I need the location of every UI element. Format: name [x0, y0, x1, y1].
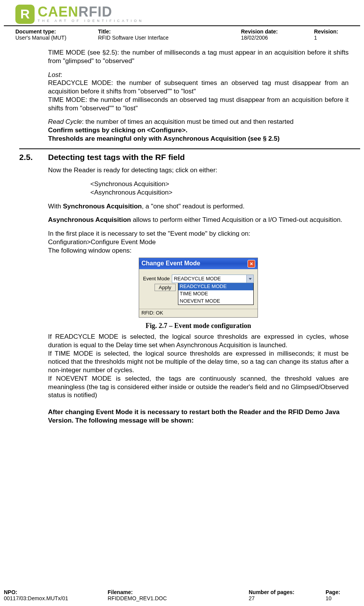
- logo-sub: RFID: [78, 4, 112, 20]
- combo-option[interactable]: NOEVENT MODE: [178, 298, 253, 305]
- combo-option[interactable]: READCYCLE MODE: [178, 283, 253, 290]
- combo-dropdown-list[interactable]: READCYCLE MODE TIME MODE NOEVENT MODE: [178, 283, 254, 305]
- rev-label: Revision:: [314, 28, 349, 35]
- dialog-window: Change Event Mode × Event Mode READCYCLE…: [139, 258, 258, 318]
- dialog-titlebar[interactable]: Change Event Mode ×: [139, 258, 258, 269]
- combo-selected: READCYCLE MODE: [174, 276, 221, 281]
- async-bold: Asynchronous Acquisition: [48, 216, 131, 223]
- pages-value: 27: [249, 595, 310, 601]
- paragraph: In the first place it is necessary to se…: [48, 230, 349, 238]
- page-value: 10: [326, 595, 349, 601]
- section-divider: [19, 148, 360, 149]
- apply-button[interactable]: Apply: [155, 284, 176, 291]
- chevron-down-icon[interactable]: [246, 275, 253, 283]
- status-bar: RFID: OK: [139, 309, 258, 317]
- event-mode-combobox[interactable]: READCYCLE MODE: [172, 275, 254, 283]
- lost-label: Lost: [48, 71, 60, 78]
- doc-meta-row: Document type: User's Manual (MUT) Title…: [15, 28, 349, 41]
- file-label: Filename:: [108, 589, 233, 595]
- logo-tagline: THE ART OF IDENTIFICATION: [38, 19, 144, 23]
- thresholds-line: Thresholds are meaningful only with Asyn…: [48, 135, 349, 143]
- logo-text: CAENRFID THE ART OF IDENTIFICATION: [38, 6, 144, 23]
- header-logo-row: CAENRFID THE ART OF IDENTIFICATION: [4, 5, 360, 26]
- rev-value: 1: [314, 35, 349, 41]
- pages-label: Number of pages:: [249, 589, 310, 595]
- confirm-line: Confirm settings by clicking on <Configu…: [48, 126, 349, 135]
- rev-date-value: 18/02/2006: [241, 35, 299, 41]
- paragraph: If READCYCLE MODE is selected, the logic…: [48, 333, 349, 350]
- paragraph: TIME MODE (see §2.5): the number of mill…: [48, 48, 349, 65]
- paragraph: The following window opens:: [48, 246, 349, 255]
- section-heading: 2.5. Detecting test tags with the RF fie…: [19, 152, 349, 163]
- figure-caption: Fig. 2.7 – Event mode configuration: [48, 321, 349, 330]
- text: With: [48, 203, 63, 210]
- rev-date-label: Revision date:: [241, 28, 299, 35]
- title-label: Title:: [98, 28, 226, 35]
- page-label: Page:: [326, 589, 349, 595]
- readcycle-text: : the number of times an acquisition mus…: [82, 118, 294, 125]
- paragraph: TIME MODE: the number of milliseconds an…: [48, 96, 349, 113]
- npo-value: 00117/03:Demox.MUTx/01: [4, 595, 92, 601]
- figure-event-mode: Change Event Mode × Event Mode READCYCLE…: [139, 258, 258, 318]
- section-title: Detecting test tags with the RF field: [48, 152, 185, 163]
- doc-type-label: Document type:: [15, 28, 83, 35]
- async-acq-line: <Asynchronous Acquisition>: [90, 188, 349, 197]
- paragraph: Now the Reader is ready for detecting ta…: [48, 166, 349, 175]
- section-number: 2.5.: [19, 152, 48, 163]
- title-value: RFID Software User Interface: [98, 35, 226, 41]
- lost-colon: :: [60, 71, 62, 78]
- file-value: RFIDDEMO_REV1.DOC: [108, 595, 233, 601]
- readcycle-label: Read Cycle: [48, 118, 82, 125]
- event-mode-label: Event Mode: [143, 276, 170, 282]
- doc-type-value: User's Manual (MUT): [15, 35, 83, 41]
- close-icon[interactable]: ×: [248, 260, 255, 268]
- paragraph: READCYCLE MODE: the number of subsequent…: [48, 79, 349, 96]
- text: , a "one shot" readout is performed.: [142, 203, 244, 210]
- npo-label: NPO:: [4, 589, 92, 595]
- logo-main: CAEN: [38, 4, 78, 20]
- logo-icon: [15, 5, 35, 24]
- text: allows to perform either Timed Acquisiti…: [131, 216, 342, 223]
- paragraph: Configuration>Configure Event Mode: [48, 238, 349, 246]
- paragraph: If NOEVENT MODE is selected, the tags ar…: [48, 375, 349, 400]
- footer-row: NPO: 00117/03:Demox.MUTx/01 Filename: RF…: [4, 589, 349, 601]
- combo-option[interactable]: TIME MODE: [178, 290, 253, 298]
- paragraph: If TIME MODE is selected, the logical so…: [48, 350, 349, 375]
- restart-note: After changing Event Mode it is necessar…: [48, 408, 349, 425]
- sync-acq-line: <Synchronous Acquisition>: [90, 180, 349, 188]
- sync-bold: Synchronous Acquisition: [63, 203, 142, 210]
- dialog-title: Change Event Mode: [141, 260, 200, 267]
